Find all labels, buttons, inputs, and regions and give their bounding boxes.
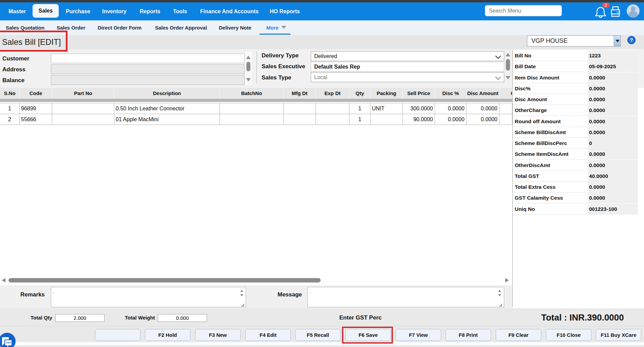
svg-text:2: 2 xyxy=(605,3,607,8)
